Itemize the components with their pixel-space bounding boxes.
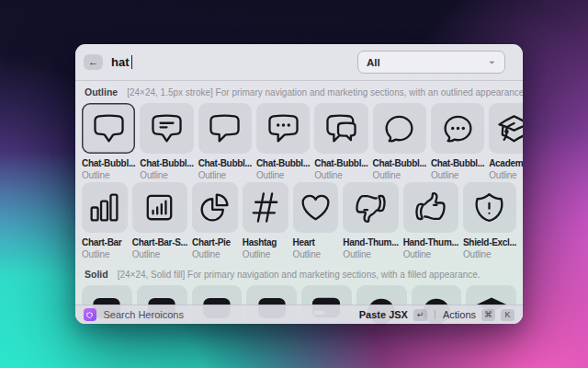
command-key-icon: ⌘ xyxy=(481,309,495,321)
icon-result-chart-bar[interactable]: Chart-Bar Outline xyxy=(82,182,128,260)
icon-result-hashtag[interactable]: Hashtag Outline xyxy=(243,182,288,260)
chat-bubble-left-ellipsis-icon xyxy=(266,111,300,145)
icon-style: Outline xyxy=(431,169,484,181)
filter-dropdown[interactable]: All ⌄ xyxy=(357,51,505,74)
icon-name: Academic-... xyxy=(489,157,523,169)
icon-style: Outline xyxy=(463,248,516,260)
icon-style: Outline xyxy=(373,169,426,181)
icon-result-hand-thumb-down[interactable]: Hand-Thum... Outline xyxy=(343,182,398,260)
icon-name: Shield-Excl... xyxy=(463,236,516,248)
icon-style: Outline xyxy=(314,169,368,181)
icon-style: Outline xyxy=(198,169,252,181)
icon-name: Chat-Bubbl... xyxy=(140,157,193,169)
icon-tile[interactable] xyxy=(431,103,484,154)
icon-result-chart-pie[interactable]: Chart-Pie Outline xyxy=(192,182,238,260)
icon-style: Outline xyxy=(256,169,310,181)
search-input[interactable]: hat xyxy=(111,55,132,69)
icon-name: Chart-Bar xyxy=(82,236,128,248)
shield-exclamation-icon xyxy=(472,190,506,224)
icon-name: Chat-Bubbl... xyxy=(373,157,426,169)
chevron-down-icon: ⌄ xyxy=(488,54,496,66)
icon-result-academic-cap[interactable]: Academic-... Outline xyxy=(489,103,523,181)
icon-name: Chat-Bubbl... xyxy=(198,157,252,169)
icon-result-chat-bubble-bottom-center[interactable]: Chat-Bubbl... Outline xyxy=(82,103,135,181)
icon-name: Hashtag xyxy=(243,236,288,248)
chat-bubble-oval-left-ellipsis-icon xyxy=(441,111,475,145)
icon-style: Outline xyxy=(403,248,458,260)
chart-pie-icon xyxy=(198,190,232,224)
icon-name: Chat-Bubbl... xyxy=(431,157,484,169)
icon-name: Heart xyxy=(293,236,339,248)
academic-cap-icon xyxy=(497,111,523,145)
outline-grid-row-2: Chart-Bar Outline Chart-Bar-S... Outline… xyxy=(75,181,523,260)
paste-jsx-button[interactable]: Paste JSX xyxy=(359,309,408,320)
icon-style: Outline xyxy=(82,169,135,181)
icon-tile[interactable] xyxy=(463,182,516,233)
icon-tile[interactable] xyxy=(198,103,252,154)
hashtag-icon xyxy=(248,190,282,224)
section-title: Solid xyxy=(85,269,108,280)
icon-tile[interactable] xyxy=(82,182,128,233)
icon-result-chat-bubble-left-ellipsis[interactable]: Chat-Bubbl... Outline xyxy=(256,103,310,181)
chat-bubble-bottom-center-text-icon xyxy=(150,111,184,145)
icon-tile[interactable] xyxy=(132,182,187,233)
heart-icon xyxy=(299,190,333,224)
section-meta: [24×24, 1.5px stroke] For primary naviga… xyxy=(127,87,523,98)
icon-name: Chart-Bar-S... xyxy=(132,236,187,248)
icon-result-shield-exclamation[interactable]: Shield-Excl... Outline xyxy=(463,182,516,260)
section-meta: [24×24, Solid fill] For primary navigati… xyxy=(118,270,481,280)
back-button[interactable]: ← xyxy=(84,54,103,70)
icon-tile[interactable] xyxy=(192,182,238,233)
icon-style: Outline xyxy=(140,169,193,181)
icon-style: Outline xyxy=(489,169,523,181)
icon-tile[interactable] xyxy=(373,103,426,154)
icon-result-chat-bubble-left-right[interactable]: Chat-Bubbl... Outline xyxy=(314,103,368,181)
icon-style: Outline xyxy=(82,248,128,260)
icon-name: Chart-Pie xyxy=(192,236,238,248)
footer-divider xyxy=(435,310,435,319)
icon-tile[interactable] xyxy=(343,182,398,233)
icon-result-chat-bubble-oval-left-ellipsis[interactable]: Chat-Bubbl... Outline xyxy=(431,103,484,181)
desktop-background: ← hat All ⌄ Outline [24×24, 1.5px stroke… xyxy=(0,0,588,368)
icon-name: Hand-Thum... xyxy=(343,236,398,248)
return-key-icon: ↵ xyxy=(413,309,427,321)
icon-tile[interactable] xyxy=(256,103,310,154)
icon-result-heart[interactable]: Heart Outline xyxy=(293,182,339,260)
icon-tile[interactable] xyxy=(403,182,458,233)
text-caret xyxy=(131,55,133,69)
icon-style: Outline xyxy=(343,248,398,260)
chat-bubble-bottom-center-icon xyxy=(92,111,126,145)
icon-result-chat-bubble-left[interactable]: Chat-Bubbl... Outline xyxy=(198,103,252,181)
icon-tile[interactable] xyxy=(489,103,523,154)
icon-style: Outline xyxy=(293,248,339,260)
icon-tile[interactable] xyxy=(140,103,193,154)
icon-tile-selected[interactable] xyxy=(82,103,135,154)
chart-bar-square-icon xyxy=(142,190,176,224)
outline-grid-row-1: Chat-Bubbl... Outline Chat-Bubbl... Outl… xyxy=(75,102,523,181)
icon-style: Outline xyxy=(243,248,288,260)
icon-name: Chat-Bubbl... xyxy=(314,157,368,169)
icon-style: Outline xyxy=(132,248,187,260)
hand-thumb-up-icon xyxy=(413,190,447,224)
hand-thumb-down-icon xyxy=(354,190,388,224)
search-bar: ← hat All ⌄ xyxy=(75,44,523,81)
icon-style: Outline xyxy=(192,248,238,260)
icon-tile[interactable] xyxy=(293,182,339,233)
chart-bar-icon xyxy=(87,190,121,224)
k-key-icon: K xyxy=(501,309,514,321)
icon-result-chat-bubble-oval-left[interactable]: Chat-Bubbl... Outline xyxy=(373,103,426,181)
footer-actions: Paste JSX ↵ Actions ⌘ K xyxy=(359,309,514,321)
search-text: hat xyxy=(111,55,130,69)
action-bar: Search Heroicons Paste JSX ↵ Actions ⌘ K xyxy=(75,305,523,324)
icon-result-hand-thumb-up[interactable]: Hand-Thum... Outline xyxy=(403,182,458,260)
icon-tile[interactable] xyxy=(243,182,288,233)
chat-bubble-left-right-icon xyxy=(324,111,358,145)
section-header-outline: Outline [24×24, 1.5px stroke] For primar… xyxy=(75,81,523,102)
icon-result-chart-bar-square[interactable]: Chart-Bar-S... Outline xyxy=(132,182,187,260)
section-header-solid: Solid [24×24, Solid fill] For primary na… xyxy=(75,260,523,284)
icon-tile[interactable] xyxy=(314,103,368,154)
icon-result-chat-bubble-bottom-center-text[interactable]: Chat-Bubbl... Outline xyxy=(140,103,193,181)
actions-button[interactable]: Actions xyxy=(443,309,476,320)
filter-value: All xyxy=(367,57,380,68)
icon-name: Hand-Thum... xyxy=(403,236,458,248)
